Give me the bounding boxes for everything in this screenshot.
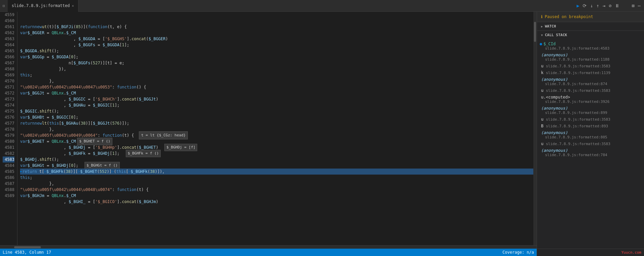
code-line[interactable]: this; bbox=[20, 72, 533, 78]
code-line[interactable] bbox=[20, 205, 533, 211]
editor-tab[interactable]: slide.7.8.9.js:formatted × bbox=[8, 0, 78, 12]
stack-func-name: (anonymous) bbox=[541, 77, 568, 82]
line-number: 4568 bbox=[3, 66, 14, 72]
stack-item[interactable]: (anonymous)slide.7.8.9.js:formatted:784 bbox=[537, 147, 644, 158]
watch-header[interactable]: ▶ Watch bbox=[537, 22, 644, 30]
call-stack-section: ▼ Call Stack ●$_CIdslide.7.8.9.js:format… bbox=[537, 31, 644, 249]
code-line[interactable]: this; bbox=[20, 175, 533, 181]
code-line[interactable]: , $_BGHI_ = ['$_BGICO'].concat($_BGHJm) bbox=[20, 199, 533, 205]
code-container[interactable]: 4559456045614562456345644565456645674568… bbox=[0, 12, 537, 245]
watch-expand-arrow: ▶ bbox=[541, 25, 543, 28]
code-line[interactable]: var $_BGGGp = $_BGGDA[0]; bbox=[20, 54, 533, 60]
code-line[interactable]: var $_BGHBt = $_BGGIC[0]; bbox=[20, 114, 533, 120]
code-line[interactable]: ►return t[▷$_BGHFk(38)][▷$_BGHET(552)]▷(… bbox=[20, 169, 533, 175]
stack-file-ref: slide.7.8.9.js:formatted:3583 bbox=[546, 142, 610, 146]
stack-short-name: B bbox=[541, 124, 546, 128]
hscroll-thumb[interactable] bbox=[14, 246, 41, 248]
stack-file-ref: slide.7.8.9.js:formatted:893 bbox=[546, 124, 608, 128]
debug-resume-icon[interactable]: ▶ bbox=[576, 2, 580, 9]
stack-item[interactable]: (anonymous)slide.7.8.9.js:formatted:874 bbox=[537, 76, 644, 87]
tab-close-button[interactable]: × bbox=[72, 4, 74, 8]
stack-item[interactable]: u slide.7.8.9.js:formatted:3583 bbox=[537, 63, 644, 69]
stack-item[interactable]: (anonymous)slide.7.8.9.js:formatted:1188 bbox=[537, 52, 644, 63]
code-editor[interactable]: return new ut(t)[$_BGFJi(85)](function(t… bbox=[17, 12, 533, 245]
code-line[interactable]: var $_BGHET = QBLnx.$_CM $_BGHET = f () bbox=[20, 138, 533, 144]
line-number: 4585 bbox=[3, 169, 14, 175]
call-stack-header[interactable]: ▼ Call Stack bbox=[537, 31, 644, 39]
status-bar: Line 4583, Column 17 Coverage: n/a bbox=[0, 249, 537, 256]
stack-item[interactable]: u slide.7.8.9.js:formatted:3583 bbox=[537, 140, 644, 147]
split-editor-icon[interactable]: ⊞ bbox=[631, 2, 635, 9]
vertical-scrollbar[interactable] bbox=[533, 12, 537, 245]
stack-func-name: (anonymous) bbox=[541, 130, 568, 135]
code-line[interactable]: return new ut(t)[$_BGFJi(85)](function(t… bbox=[20, 24, 533, 30]
code-line[interactable]: $_BGGDA.shift(); bbox=[20, 48, 533, 54]
line-number: 4571 bbox=[3, 84, 14, 90]
line-number: 4572 bbox=[3, 90, 14, 96]
stack-item[interactable]: u.<computed>slide.7.8.9.js:formatted:392… bbox=[537, 94, 644, 105]
code-line[interactable]: }, bbox=[20, 126, 533, 132]
code-line[interactable]: "\u0024\u005f\u0042\u0044\u0048\u0074": … bbox=[20, 187, 533, 193]
code-line[interactable]: var $_BGGER = QBLnx.$_CM bbox=[20, 30, 533, 36]
watermark: Yuucn.com bbox=[537, 249, 644, 256]
line-number: 4563 bbox=[3, 36, 14, 42]
line-number: 4566 bbox=[3, 54, 14, 60]
code-line[interactable]: var $_BGHGt = $_BGHDj[0]; $_BGHGt = f () bbox=[20, 163, 533, 169]
stack-short-name: u bbox=[541, 117, 546, 122]
code-line[interactable]: }, bbox=[20, 78, 533, 84]
panel-icon[interactable]: ⊡ bbox=[3, 4, 5, 8]
code-line[interactable]: var $_BGGJt = QBLnx.$_CM bbox=[20, 90, 533, 96]
debug-stepout-icon[interactable]: ↑ bbox=[596, 2, 600, 9]
code-line[interactable]: }, bbox=[20, 181, 533, 187]
line-number: 4570 bbox=[3, 78, 14, 84]
stack-item[interactable]: u slide.7.8.9.js:formatted:3583 bbox=[537, 116, 644, 123]
more-icon[interactable]: ⋯ bbox=[637, 2, 641, 9]
debug-stepinto-icon[interactable]: ↓ bbox=[589, 2, 593, 9]
line-number: 4580 bbox=[3, 138, 14, 144]
stack-file-ref: slide.7.8.9.js:formatted:874 bbox=[541, 82, 640, 86]
debug-deactivate-icon[interactable]: ⊘ bbox=[608, 2, 612, 9]
line-number: 4564 bbox=[3, 42, 14, 48]
code-line[interactable]: $_BGGIC.shift(); bbox=[20, 108, 533, 114]
top-bar: ⊡ slide.7.8.9.js:formatted × ▶ ⟳ ↓ ↑ ⇥ ⊘… bbox=[0, 0, 644, 12]
code-line[interactable]: , $_BGHAu = $_BGGIC[1]; bbox=[20, 102, 533, 108]
tab-filename: slide.7.8.9.js:formatted bbox=[12, 3, 70, 8]
code-line[interactable]: , $_BGGIC = ['$_BGHCh'].concat($_BGGJt) bbox=[20, 96, 533, 102]
stack-file-ref: slide.7.8.9.js:formatted:1139 bbox=[546, 71, 610, 75]
call-stack-list[interactable]: ●$_CIdslide.7.8.9.js:formatted:4583(anon… bbox=[537, 39, 644, 249]
stack-file-ref: slide.7.8.9.js:formatted:3926 bbox=[541, 100, 640, 104]
line-number: 4582 bbox=[3, 150, 14, 156]
code-line[interactable]: n[$_BGGFs(527)][t] = e; bbox=[20, 60, 533, 66]
line-number: 4569 bbox=[3, 72, 14, 78]
line-number: 4581 bbox=[3, 144, 14, 150]
line-number: 4588 bbox=[3, 187, 14, 193]
stack-item[interactable]: u slide.7.8.9.js:formatted:3583 bbox=[537, 87, 644, 94]
code-line[interactable]: return new lt(this[$_BGHAu(38)][$_BGGJt(… bbox=[20, 120, 533, 126]
stack-short-name: u bbox=[541, 88, 546, 93]
line-number: 4575 bbox=[3, 108, 14, 114]
code-line[interactable]: }), bbox=[20, 66, 533, 72]
stack-item[interactable]: B slide.7.8.9.js:formatted:893 bbox=[537, 123, 644, 129]
code-line[interactable]: , $_BGGFs = $_BGGDA[1]; bbox=[20, 42, 533, 48]
code-line[interactable]: "\u0024\u005f\u0042\u0044\u0047\u0053": … bbox=[20, 84, 533, 90]
line-number: 4573 bbox=[3, 96, 14, 102]
debug-pause-icon[interactable]: ⏸ bbox=[614, 2, 620, 9]
watch-section: ▶ Watch bbox=[537, 22, 644, 31]
line-number: 4559 bbox=[3, 12, 14, 18]
stack-func-name: (anonymous) bbox=[541, 148, 568, 153]
code-line[interactable]: , $_BGGDA = ['$_BGGHS'].concat($_BGGER) bbox=[20, 36, 533, 42]
code-line[interactable]: , $_BGHDj = ['$_BGHHp'].concat($_BGHET) … bbox=[20, 144, 533, 150]
line-number: 4587 bbox=[3, 181, 14, 187]
stack-item[interactable]: k slide.7.8.9.js:formatted:1139 bbox=[537, 69, 644, 76]
scrollbar-thumb[interactable] bbox=[534, 22, 536, 42]
code-line[interactable]: , $_BGHFk = $_BGHDj[1]; $_BGHFk = f () bbox=[20, 150, 533, 156]
horizontal-scrollbar[interactable] bbox=[0, 245, 537, 249]
debug-stepcontinue-icon[interactable]: ⇥ bbox=[602, 2, 606, 9]
call-stack-label: Call Stack bbox=[545, 33, 567, 37]
code-line[interactable]: var $_BGHJm = QBLnx.$_CM bbox=[20, 193, 533, 199]
stack-item[interactable]: (anonymous)slide.7.8.9.js:formatted:899 bbox=[537, 105, 644, 116]
debug-stepover-icon[interactable]: ⟳ bbox=[582, 2, 587, 9]
stack-short-name: u bbox=[541, 64, 546, 68]
stack-item[interactable]: ●$_CIdslide.7.8.9.js:formatted:4583 bbox=[537, 41, 644, 52]
stack-item[interactable]: (anonymous)slide.7.8.9.js:formatted:805 bbox=[537, 129, 644, 140]
